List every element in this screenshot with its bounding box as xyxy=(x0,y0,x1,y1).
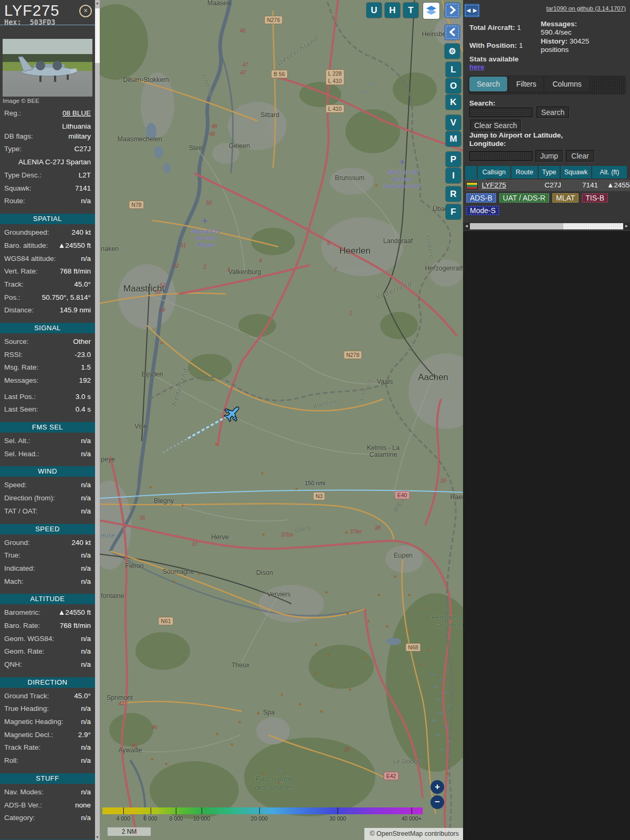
layer-shortcut-button[interactable]: O xyxy=(446,78,461,93)
table-horizontal-scrollbar[interactable]: ◄ ► xyxy=(463,223,630,230)
jump-input[interactable] xyxy=(469,151,532,161)
map-label: 47 xyxy=(242,61,248,68)
jump-clear-button[interactable]: Clear xyxy=(566,150,594,162)
layer-shortcut-button[interactable]: K xyxy=(446,94,461,110)
panel-tab[interactable]: Filters xyxy=(509,77,543,91)
sidebar-scrollbar[interactable]: ▲ ▼ xyxy=(95,0,100,840)
search-button[interactable]: Search xyxy=(537,107,569,118)
search-input[interactable] xyxy=(469,108,532,117)
layer-shortcut-button[interactable]: F xyxy=(446,204,461,219)
table-header-cell[interactable]: Route xyxy=(511,166,538,178)
data-row: ADS-B Ver.: none xyxy=(0,800,95,813)
layer-shortcut-button[interactable]: V xyxy=(446,115,461,130)
data-value: 240 kt xyxy=(49,227,91,240)
stats-here-link[interactable]: here xyxy=(469,63,485,71)
settings-button[interactable]: ⚙ xyxy=(445,44,460,59)
map-label: Maaseik xyxy=(207,0,232,7)
legend-tick: 20 000 xyxy=(251,815,268,822)
map-label: Blegny xyxy=(154,498,174,505)
data-row: Baro. altitude: ▲24550 ft xyxy=(0,240,95,254)
map-label: ▲ xyxy=(445,770,450,776)
scroll-right-icon[interactable]: ► xyxy=(623,223,630,230)
map-toggle-button[interactable]: U xyxy=(366,3,382,18)
data-value: -23.0 xyxy=(23,350,91,363)
scrollbar-thumb[interactable] xyxy=(95,8,100,63)
panel-width-toggle[interactable]: ◀ ▶ xyxy=(464,4,480,17)
map-label: ▲ xyxy=(327,652,332,658)
info-value: L2T xyxy=(41,170,91,183)
table-row[interactable]: LYF275 C27J 7141 ▲24550 xyxy=(465,180,630,191)
map-label: Spa xyxy=(263,709,275,716)
map-label: 51 xyxy=(180,242,186,249)
panel-tab[interactable]: Search xyxy=(469,77,507,91)
row-callsign[interactable]: LYF275 xyxy=(482,180,513,191)
table-header-cell[interactable]: Callsign xyxy=(478,166,510,178)
data-value: 45.0° xyxy=(49,691,91,704)
close-icon[interactable]: × xyxy=(79,5,92,17)
map-label: Aachen xyxy=(418,374,448,381)
info-label: Type: xyxy=(4,144,22,157)
map-label: ▲ xyxy=(385,623,390,629)
aircraft-photo[interactable] xyxy=(3,39,92,97)
map-label: E42 xyxy=(384,772,399,780)
map-label: NATO E-3A Airbase Geilenkirchen xyxy=(384,169,421,190)
map-label: ▲ xyxy=(150,755,155,762)
source-badge: ADS-B xyxy=(466,193,496,203)
collapse-panel-button[interactable] xyxy=(445,25,460,40)
data-label: Track: xyxy=(4,279,24,292)
expand-panel-button[interactable] xyxy=(445,3,460,18)
jump-button[interactable]: Jump xyxy=(536,150,563,162)
legend-tick: 8 000 xyxy=(169,815,183,822)
map-toggle-button[interactable]: H xyxy=(385,3,400,18)
layer-shortcut-button[interactable]: R xyxy=(446,186,461,202)
chevron-left-icon xyxy=(449,28,456,36)
data-label: Indicated: xyxy=(4,563,35,576)
table-header-cell[interactable]: Alt. (ft) xyxy=(592,166,627,178)
search-label: Search: xyxy=(469,99,496,107)
map-label: N3 xyxy=(313,492,325,500)
zoom-in-button[interactable]: + xyxy=(430,780,444,794)
map-toggle-button[interactable]: T xyxy=(403,3,418,18)
scroll-up-icon[interactable]: ▲ xyxy=(95,1,100,5)
map-label: 46 xyxy=(151,724,157,731)
github-version-link[interactable]: tar1090 on github (3.14.1707) xyxy=(546,5,626,12)
table-header-cell[interactable]: Squawk xyxy=(561,166,591,178)
scroll-left-icon[interactable]: ◄ xyxy=(463,223,470,230)
data-row: Ground Track: 45.0° xyxy=(0,691,95,704)
data-row: Category: n/a xyxy=(0,813,95,826)
table-header-cell[interactable] xyxy=(465,166,477,178)
layer-shortcut-button[interactable]: L xyxy=(446,62,461,77)
map-label: ▲ xyxy=(424,604,429,611)
scroll-down-icon[interactable]: ▼ xyxy=(95,835,100,839)
map-label: ▲ xyxy=(345,610,350,616)
data-label: Messages: xyxy=(4,375,38,388)
layers-button[interactable] xyxy=(423,3,439,19)
panel-tab[interactable]: Columns xyxy=(545,77,589,91)
aircraft-icon[interactable] xyxy=(222,402,244,424)
data-label: Distance: xyxy=(4,305,34,318)
map-label: ▲ xyxy=(419,660,424,667)
map[interactable]: MaaseikHeinsbergN276DeutschlandDilsen-St… xyxy=(100,0,463,840)
map-label: 52 xyxy=(173,262,178,269)
map-label: 36 xyxy=(139,514,145,521)
section-header: ALTITUDE xyxy=(0,594,95,604)
layer-shortcut-button[interactable]: P xyxy=(446,152,461,167)
map-label: 1 xyxy=(349,310,352,317)
data-value: n/a xyxy=(35,563,91,576)
data-row: Ground: 240 kt xyxy=(0,538,95,551)
layer-shortcut-button[interactable]: M xyxy=(446,131,461,146)
map-label: ▲ xyxy=(377,591,382,598)
scrollbar-thumb[interactable] xyxy=(470,223,563,229)
zoom-out-button[interactable]: − xyxy=(430,795,444,809)
map-label: ✈ xyxy=(399,159,405,166)
scrollbar-track[interactable] xyxy=(470,223,623,229)
info-value: Lithuania xyxy=(4,121,91,131)
detail-section: DIRECTION Ground Track: 45.0° True Headi… xyxy=(0,677,95,769)
table-header-cell[interactable]: Type xyxy=(539,166,560,178)
map-label: ▲ xyxy=(319,708,324,715)
data-row: Track: 45.0° xyxy=(0,279,95,292)
with-position-stat: With Position: 1 xyxy=(469,41,523,49)
map-attribution[interactable]: © OpenStreetMap contributors xyxy=(364,828,463,840)
clear-search-button[interactable]: Clear Search xyxy=(470,120,521,131)
layer-shortcut-button[interactable]: I xyxy=(446,168,461,183)
